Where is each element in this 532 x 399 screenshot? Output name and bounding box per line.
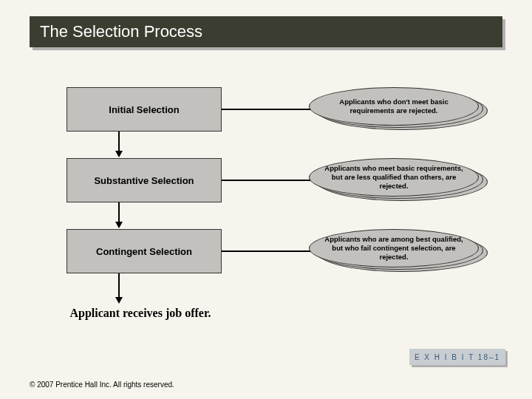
connector-h2 [222,180,318,181]
note-initial: Applicants who don't meet basic requirem… [310,87,510,132]
note-substantive: Applicants who meet basic requirements, … [310,158,510,202]
arrow-down-icon [115,151,123,157]
exhibit-label: E X H I B I T 18–1 [415,353,500,361]
arrow-down-icon [115,297,123,304]
note-text: Applicants who don't meet basic requirem… [309,87,479,126]
exhibit-badge: E X H I B I T 18–1 [409,349,505,365]
page-title: The Selection Process [40,22,202,41]
copyright: © 2007 Prentice Hall Inc. All rights res… [30,381,174,389]
note-contingent: Applicants who are among best qualified,… [310,229,510,273]
exhibit-bar-fill: E X H I B I T 18–1 [409,349,505,365]
connector-h3 [222,250,318,252]
stage-box-substantive: Substantive Selection [66,158,222,202]
connector-v3 [118,273,120,299]
stage-box-initial: Initial Selection [66,87,222,132]
title-bar: The Selection Process [30,16,502,47]
note-text: Applicants who are among best qualified,… [309,229,479,267]
arrow-down-icon [115,222,123,228]
stage-label: Initial Selection [109,104,179,115]
connector-h1 [222,109,318,110]
stage-label: Substantive Selection [94,175,194,186]
note-text: Applicants who meet basic requirements, … [309,158,479,197]
stage-box-contingent: Contingent Selection [66,229,222,273]
stage-label: Contingent Selection [96,246,192,257]
connector-v2 [118,202,120,223]
final-outcome: Applicant receives job offer. [52,306,229,320]
connector-v1 [118,132,120,152]
title-bar-fill: The Selection Process [30,16,502,47]
